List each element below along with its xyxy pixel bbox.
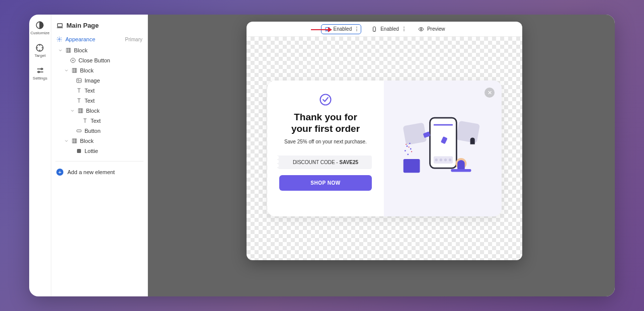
chevron-down-icon: [64, 138, 69, 143]
tree-block[interactable]: Block: [55, 45, 143, 55]
rail-target[interactable]: Target: [34, 43, 45, 58]
tree-block[interactable]: Block: [55, 65, 143, 75]
contrast-icon: [35, 21, 44, 30]
svg-point-35: [444, 159, 447, 161]
nav-rail: Customize Target Settings: [29, 15, 51, 296]
svg-point-49: [411, 151, 412, 152]
chevron-down-icon: [64, 68, 69, 73]
shopping-illustration-icon: [397, 113, 489, 184]
svg-rect-39: [451, 169, 471, 172]
preview-frame: Enabled Enabled Preview ✕: [247, 22, 522, 260]
checkmark-badge-icon: [318, 93, 333, 107]
svg-point-36: [449, 159, 451, 161]
svg-rect-19: [72, 139, 74, 143]
preview-button[interactable]: Preview: [415, 25, 448, 34]
tree-image[interactable]: Image: [55, 75, 143, 86]
canvas-checkerboard: ✕ Thank you for your first order Save 25…: [247, 37, 522, 260]
columns-icon: [71, 138, 77, 144]
text-icon: [76, 98, 82, 104]
phone-icon: [371, 26, 377, 32]
appearance-row[interactable]: Appearance Primary: [55, 34, 143, 44]
text-icon: [82, 118, 88, 124]
tree-close-button[interactable]: Close Button: [55, 55, 143, 65]
svg-point-47: [409, 146, 410, 147]
popup-preview: ✕ Thank you for your first order Save 25…: [267, 81, 502, 216]
sidebar: Main Page Appearance Primary Block Close…: [51, 15, 148, 296]
svg-rect-20: [74, 139, 75, 143]
svg-point-48: [406, 144, 407, 145]
text-icon: [76, 88, 82, 94]
svg-rect-37: [404, 159, 420, 173]
tree-text[interactable]: Text: [55, 96, 143, 106]
laptop-icon: [56, 22, 63, 29]
eye-icon: [418, 26, 424, 32]
svg-rect-8: [69, 48, 70, 52]
tree-text[interactable]: Text: [55, 116, 143, 126]
more-icon[interactable]: [403, 27, 405, 31]
svg-rect-21: [75, 139, 76, 143]
close-circle-icon: [70, 57, 76, 63]
svg-rect-6: [66, 48, 68, 52]
rail-label: Settings: [33, 76, 47, 81]
svg-point-26: [420, 28, 422, 30]
target-icon: [35, 43, 44, 52]
svg-rect-22: [77, 149, 81, 153]
button-icon: [76, 128, 82, 134]
divider: [55, 161, 143, 162]
sliders-icon: [36, 66, 45, 75]
tree-block[interactable]: Block: [55, 136, 143, 146]
rail-settings[interactable]: Settings: [33, 66, 47, 81]
image-icon: [76, 77, 82, 84]
discount-code-box: DISCOUNT CODE - SAVE25: [279, 156, 372, 169]
svg-point-44: [405, 150, 406, 151]
columns-icon: [77, 108, 84, 114]
svg-rect-17: [82, 109, 83, 113]
svg-point-5: [59, 39, 60, 40]
svg-rect-11: [74, 68, 75, 72]
chevron-down-icon: [70, 108, 75, 113]
svg-rect-4: [57, 23, 62, 26]
tree-text[interactable]: Text: [55, 86, 143, 96]
rail-label: Customize: [31, 31, 50, 35]
primary-tag: Primary: [125, 37, 142, 42]
tree-block[interactable]: Block: [55, 106, 143, 116]
svg-point-43: [409, 143, 411, 144]
element-tree: Block Close Button Block Image Text Text…: [55, 45, 143, 156]
svg-rect-15: [78, 109, 80, 113]
popup-close-button[interactable]: ✕: [485, 88, 495, 98]
rail-label: Target: [34, 53, 45, 58]
popup-illustration: [384, 81, 502, 216]
more-icon[interactable]: [356, 27, 358, 31]
svg-rect-28: [403, 122, 427, 145]
svg-rect-18: [77, 130, 82, 132]
popup-content: Thank you for your first order Save 25% …: [267, 81, 384, 216]
svg-point-45: [410, 148, 412, 150]
svg-rect-7: [68, 48, 69, 52]
svg-point-46: [407, 153, 409, 155]
mobile-toggle[interactable]: Enabled: [368, 25, 408, 34]
add-element-button[interactable]: + Add a new element: [55, 167, 143, 178]
svg-point-14: [78, 80, 79, 81]
svg-point-33: [435, 159, 438, 161]
tree-lottie[interactable]: Lottie: [55, 146, 143, 156]
chevron-down-icon: [58, 48, 63, 53]
svg-point-42: [407, 145, 408, 147]
canvas: Enabled Enabled Preview ✕: [148, 15, 615, 296]
popup-subtitle: Save 25% off on your next purchase.: [284, 139, 367, 144]
shop-now-button[interactable]: SHOP NOW: [279, 175, 372, 191]
svg-rect-12: [75, 68, 76, 72]
svg-rect-16: [80, 109, 82, 113]
rail-customize[interactable]: Customize: [31, 21, 50, 35]
lottie-icon: [76, 148, 82, 154]
plus-icon: +: [56, 169, 63, 176]
tree-button[interactable]: Button: [55, 126, 143, 136]
columns-icon: [71, 67, 77, 73]
svg-rect-31: [434, 124, 453, 126]
page-title: Main Page: [55, 20, 143, 34]
svg-point-34: [440, 159, 442, 161]
svg-rect-29: [456, 121, 480, 143]
svg-point-3: [38, 71, 39, 73]
columns-icon: [65, 47, 71, 53]
gear-icon: [56, 36, 62, 42]
annotation-arrow-icon: [310, 27, 332, 33]
